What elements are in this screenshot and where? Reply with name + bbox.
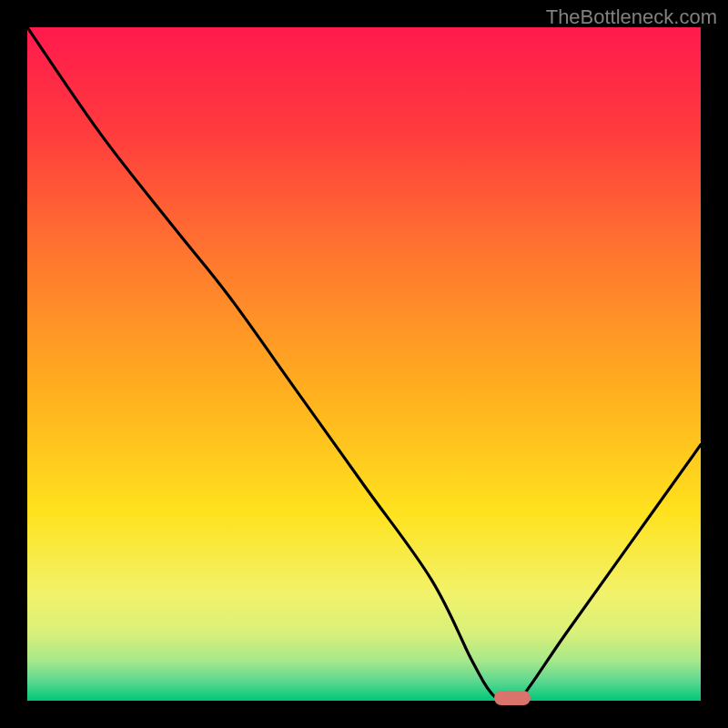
plot-area — [27, 27, 701, 701]
optimal-marker — [494, 691, 531, 705]
watermark-text: TheBottleneck.com — [546, 5, 717, 29]
bottleneck-curve — [27, 27, 701, 701]
